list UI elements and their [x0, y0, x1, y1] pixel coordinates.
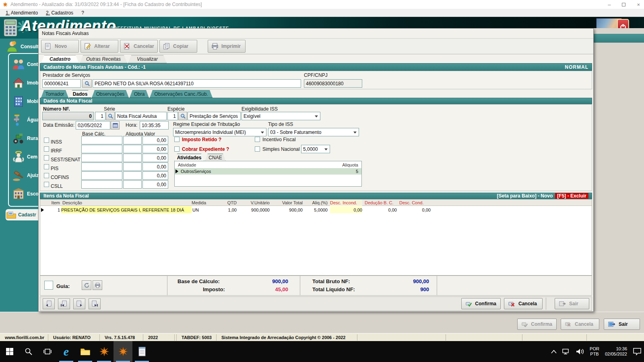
data-input[interactable]: 02/05/2022	[76, 121, 110, 130]
pis-base-input[interactable]	[81, 162, 122, 171]
pis-checkbox[interactable]	[44, 164, 49, 169]
minimize-button[interactable]: –	[608, 2, 611, 8]
sest-aliq-input[interactable]	[123, 154, 142, 162]
irrf-valor-input[interactable]: 0,00	[142, 145, 168, 153]
simples-valor-select[interactable]: 5,0000	[301, 145, 330, 153]
tray-chevron-up-icon[interactable]	[551, 350, 557, 354]
tab-obs-canc[interactable]: Observações Canc./Sub.	[150, 90, 213, 98]
menu-help[interactable]: ?	[78, 10, 87, 16]
tab-outras-receitas[interactable]: Outras Receitas	[80, 55, 127, 63]
imprimir-button[interactable]: Imprimir	[208, 40, 246, 53]
irrf-base-input[interactable]	[81, 145, 122, 153]
tab-cnae[interactable]: CNAE	[205, 154, 226, 161]
maximize-button[interactable]	[622, 3, 625, 6]
taskbar-fiorilli-2-active[interactable]	[114, 341, 132, 362]
csll-base-input[interactable]	[81, 180, 122, 189]
taskbar-file-explorer[interactable]	[76, 341, 95, 362]
start-button[interactable]	[0, 341, 19, 362]
taskbar-notepad[interactable]	[132, 341, 151, 362]
clock[interactable]: 10:36 02/05/2022	[605, 346, 627, 357]
sidebar-item-imobiliario[interactable]: Imob	[12, 76, 39, 89]
sidebar-item-mobiliario[interactable]: Mobi	[12, 95, 38, 108]
especie-desc-input[interactable]: Prestação de Serviços	[188, 112, 241, 120]
cpf-input[interactable]: 46009083000180	[304, 79, 362, 88]
sidebar-item-rural[interactable]: Rura	[12, 132, 38, 145]
inss-checkbox[interactable]	[44, 138, 49, 143]
tab-cadastro[interactable]: Cadastro	[41, 55, 79, 63]
sidebar-item-cemiterio[interactable]: Cem	[12, 150, 37, 163]
inss-valor-input[interactable]: 0,00	[142, 136, 168, 144]
cofins-aliq-input[interactable]	[123, 171, 142, 180]
sidebar-item-contribuintes[interactable]: Cont	[12, 58, 38, 71]
sest-checkbox[interactable]	[44, 155, 49, 160]
dialog-sair-button[interactable]: Sair	[555, 298, 589, 309]
language-indicator[interactable]: POR PTB	[590, 346, 599, 357]
calendar-button[interactable]	[111, 121, 120, 130]
regime-select[interactable]: Microempresário Individual (MEI)	[173, 128, 266, 136]
cobrar-expediente-checkbox[interactable]	[174, 146, 180, 152]
menu-cadastros[interactable]: 2. Cadastros	[43, 10, 76, 16]
alterar-button[interactable]: Alterar	[80, 40, 118, 53]
inss-base-input[interactable]	[81, 136, 122, 144]
pis-aliq-input[interactable]	[123, 162, 142, 171]
serie-search-button[interactable]	[106, 112, 115, 120]
sidebar-item-escola[interactable]: Esco	[12, 187, 39, 200]
inss-aliq-input[interactable]	[123, 136, 142, 144]
notification-center-icon[interactable]	[633, 348, 642, 356]
cofins-valor-input[interactable]: 0,00	[142, 171, 168, 180]
sidebar-item-ajuizamento[interactable]: Ajuiz	[12, 169, 39, 182]
dialog-cancela-button[interactable]: Cancela	[504, 298, 543, 309]
outer-sair-button[interactable]: Sair	[604, 319, 640, 330]
prestador-code-input[interactable]: 000006241	[42, 79, 81, 88]
tab-tomador[interactable]: Tomador	[41, 90, 68, 98]
sidebar-item-consulta[interactable]: Consulta	[6, 40, 41, 53]
tab-visualizar[interactable]: Visualizar	[128, 55, 167, 63]
tab-obra[interactable]: Obra	[130, 90, 149, 98]
outer-cancela-button[interactable]: Cancela	[561, 319, 599, 330]
dialog-confirma-button[interactable]: Confirma	[461, 298, 501, 309]
tipo-iss-select[interactable]: 03 - Sobre Faturamento	[268, 128, 359, 136]
csll-valor-input[interactable]: 0,00	[142, 180, 168, 189]
novo-button[interactable]: Novo	[41, 40, 79, 53]
tab-atividades[interactable]: Atividades	[174, 154, 204, 161]
speaker-icon[interactable]	[576, 348, 584, 355]
cofins-checkbox[interactable]	[44, 173, 49, 178]
serie-desc-input[interactable]: Nota Fiscal Avulsa	[115, 112, 167, 120]
nav-first-button[interactable]	[43, 298, 55, 309]
sidebar-item-agua[interactable]: Água	[12, 113, 39, 126]
tab-observacoes[interactable]: Observações	[92, 90, 129, 98]
tab-dados[interactable]: Dados	[69, 90, 91, 98]
taskbar-ie[interactable]: e	[57, 341, 76, 362]
sest-valor-input[interactable]: 0,00	[142, 154, 168, 162]
irrf-checkbox[interactable]	[44, 146, 49, 152]
numero-input[interactable]: 0	[42, 112, 94, 120]
guia-print-button[interactable]	[93, 280, 102, 290]
prestador-name-input[interactable]: PEDRO NETO DA SILVA ROSA 06214397110	[93, 79, 301, 88]
prestador-search-button[interactable]	[82, 79, 92, 88]
close-button[interactable]: ×	[637, 2, 640, 8]
network-icon[interactable]	[562, 348, 570, 355]
task-view-button[interactable]	[38, 341, 57, 362]
hora-input[interactable]: 10:35:35	[140, 121, 169, 130]
nav-prev-button[interactable]	[58, 298, 70, 309]
copiar-button[interactable]: Copiar	[159, 40, 197, 53]
exigibilidade-select[interactable]: Exigível	[242, 112, 320, 120]
simples-checkbox[interactable]	[255, 146, 260, 152]
pis-valor-input[interactable]: 0,00	[142, 162, 168, 171]
outer-confirma-button[interactable]: Confirma	[517, 319, 557, 330]
incentivo-checkbox[interactable]	[255, 137, 260, 142]
irrf-aliq-input[interactable]	[123, 145, 142, 153]
menu-atendimento[interactable]: 1. Atendimento	[2, 10, 41, 16]
imposto-retido-checkbox[interactable]	[174, 137, 180, 142]
sest-base-input[interactable]	[81, 154, 122, 162]
taskbar-fiorilli-1[interactable]	[95, 341, 114, 362]
cancelar-button[interactable]: Cancelar	[120, 40, 158, 53]
sidebar-item-cadastros[interactable]: Cadastr	[6, 209, 38, 220]
cofins-base-input[interactable]	[81, 171, 122, 180]
item-row[interactable]: 1 PRESTAÇÃO DE SERVIÇOS GERAIS I, REFERE…	[40, 206, 592, 213]
csll-aliq-input[interactable]	[123, 180, 142, 189]
guia-checkbox[interactable]	[44, 281, 53, 290]
taskbar-search-button[interactable]	[19, 341, 38, 362]
nav-last-button[interactable]	[89, 298, 101, 309]
nav-next-button[interactable]	[73, 298, 85, 309]
